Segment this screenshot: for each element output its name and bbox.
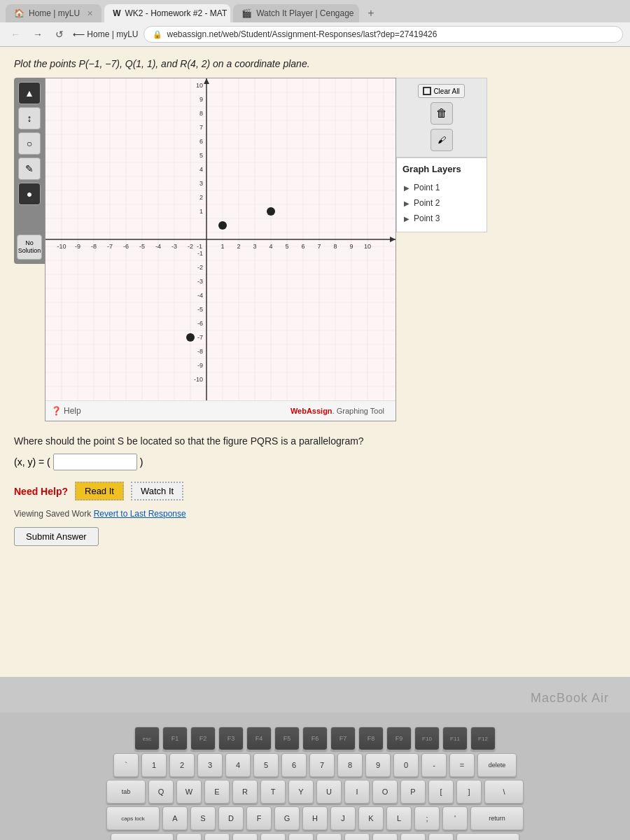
tab-watchit[interactable]: 🎬 Watch It Player | Cengage ✕ <box>233 4 359 22</box>
read-it-button[interactable]: Read It <box>75 482 124 500</box>
circle-tool[interactable]: ○ <box>18 132 41 155</box>
key-u[interactable]: U <box>316 780 342 804</box>
key-esc[interactable]: esc <box>134 727 160 750</box>
select-tool[interactable]: ▲ <box>18 82 41 104</box>
key-z[interactable]: Z <box>176 833 202 840</box>
key-b[interactable]: B <box>288 833 314 840</box>
key-x[interactable]: X <box>204 833 230 840</box>
key-tab[interactable]: tab <box>106 780 146 804</box>
key-r[interactable]: R <box>232 780 258 804</box>
key-f6[interactable]: F6 <box>302 727 328 750</box>
answer-input[interactable] <box>53 454 137 470</box>
clear-all-button[interactable]: Clear All <box>418 84 464 98</box>
key-lshift[interactable]: shift <box>111 833 174 840</box>
key-return[interactable]: return <box>470 806 524 830</box>
key-y[interactable]: Y <box>288 780 314 804</box>
key-1[interactable]: 1 <box>141 753 167 777</box>
key-f11[interactable]: F11 <box>442 727 468 750</box>
key-quote[interactable]: ' <box>442 806 468 830</box>
key-q[interactable]: Q <box>148 780 174 804</box>
key-rbracket[interactable]: ] <box>456 780 482 804</box>
key-g[interactable]: G <box>274 806 300 830</box>
home-button[interactable]: ⟵ Home | myLU <box>73 29 138 39</box>
key-p[interactable]: P <box>400 780 426 804</box>
tab-webassign[interactable]: W WK2 - Homework #2 - MAT ✕ <box>104 4 230 22</box>
help-link[interactable]: ❓ Help <box>51 406 81 416</box>
key-l[interactable]: L <box>386 806 412 830</box>
url-bar[interactable]: 🔒 webassign.net/web/Student/Assignment-R… <box>144 26 623 43</box>
key-f7[interactable]: F7 <box>330 727 356 750</box>
point-q[interactable] <box>218 221 227 230</box>
key-3[interactable]: 3 <box>197 753 223 777</box>
tab-home[interactable]: 🏠 Home | myLU ✕ <box>6 4 102 22</box>
tab-home-close[interactable]: ✕ <box>87 9 93 18</box>
coordinate-grid[interactable]: -10 -9 -8 -7 -6 -5 -4 -3 -2 -1 1 2 3 4 5… <box>46 78 396 400</box>
key-f3[interactable]: F3 <box>218 727 244 750</box>
layer-point2[interactable]: ▶ Point 2 <box>402 195 481 211</box>
key-backspace[interactable]: delete <box>477 753 517 777</box>
key-8[interactable]: 8 <box>337 753 363 777</box>
delete-button[interactable]: 🗑 <box>430 102 453 125</box>
refresh-button[interactable]: ↺ <box>52 27 67 41</box>
point-p[interactable] <box>186 333 195 342</box>
key-o[interactable]: O <box>372 780 398 804</box>
key-lbracket[interactable]: [ <box>428 780 454 804</box>
fill-button[interactable]: 🖌 <box>430 129 453 151</box>
key-a[interactable]: A <box>162 806 188 830</box>
key-4[interactable]: 4 <box>225 753 251 777</box>
key-rshift[interactable]: shift <box>456 833 519 840</box>
key-0[interactable]: 0 <box>393 753 419 777</box>
key-d[interactable]: D <box>218 806 244 830</box>
key-v[interactable]: V <box>260 833 286 840</box>
move-tool[interactable]: ✎ <box>18 158 41 180</box>
no-solution-button[interactable]: NoSolution <box>17 234 42 260</box>
keyboard-area: esc F1 F2 F3 F4 F5 F6 F7 F8 F9 F10 F11 F… <box>0 713 630 840</box>
key-t[interactable]: T <box>260 780 286 804</box>
key-e[interactable]: E <box>204 780 230 804</box>
key-c[interactable]: C <box>232 833 258 840</box>
key-backslash[interactable]: \ <box>484 780 524 804</box>
point-tool[interactable]: ● <box>18 183 41 205</box>
key-5[interactable]: 5 <box>253 753 279 777</box>
watch-it-button[interactable]: Watch It <box>131 482 183 500</box>
key-k[interactable]: K <box>358 806 384 830</box>
key-2[interactable]: 2 <box>169 753 195 777</box>
key-i[interactable]: I <box>344 780 370 804</box>
key-period[interactable]: . <box>400 833 426 840</box>
graph-area[interactable]: -10 -9 -8 -7 -6 -5 -4 -3 -2 -1 1 2 3 4 5… <box>45 78 396 421</box>
key-9[interactable]: 9 <box>365 753 391 777</box>
key-caps[interactable]: caps lock <box>106 806 160 830</box>
key-n[interactable]: N <box>316 833 342 840</box>
key-f12[interactable]: F12 <box>470 727 496 750</box>
key-f2[interactable]: F2 <box>190 727 216 750</box>
key-h[interactable]: H <box>302 806 328 830</box>
key-f10[interactable]: F10 <box>414 727 440 750</box>
key-minus[interactable]: - <box>421 753 447 777</box>
key-f[interactable]: F <box>246 806 272 830</box>
submit-button[interactable]: Submit Answer <box>14 527 99 546</box>
key-f8[interactable]: F8 <box>358 727 384 750</box>
key-s[interactable]: S <box>190 806 216 830</box>
key-f5[interactable]: F5 <box>274 727 300 750</box>
key-f1[interactable]: F1 <box>162 727 188 750</box>
key-6[interactable]: 6 <box>281 753 307 777</box>
key-f4[interactable]: F4 <box>246 727 272 750</box>
key-w[interactable]: W <box>176 780 202 804</box>
layer-point1[interactable]: ▶ Point 1 <box>402 180 481 195</box>
scale-tool[interactable]: ↕ <box>18 107 41 130</box>
key-slash[interactable]: / <box>428 833 454 840</box>
key-m[interactable]: M <box>344 833 370 840</box>
key-equals[interactable]: = <box>449 753 475 777</box>
add-tab-button[interactable]: + <box>362 4 379 22</box>
point-r[interactable] <box>267 207 275 216</box>
forward-button[interactable]: → <box>29 27 46 41</box>
key-f9[interactable]: F9 <box>386 727 412 750</box>
key-semicolon[interactable]: ; <box>414 806 440 830</box>
key-j[interactable]: J <box>330 806 356 830</box>
back-button[interactable]: ← <box>7 27 24 41</box>
key-backtick[interactable]: ` <box>113 753 139 777</box>
key-comma[interactable]: , <box>372 833 398 840</box>
revert-link[interactable]: Revert to Last Response <box>94 509 186 519</box>
layer-point3[interactable]: ▶ Point 3 <box>402 211 481 226</box>
key-7[interactable]: 7 <box>309 753 335 777</box>
